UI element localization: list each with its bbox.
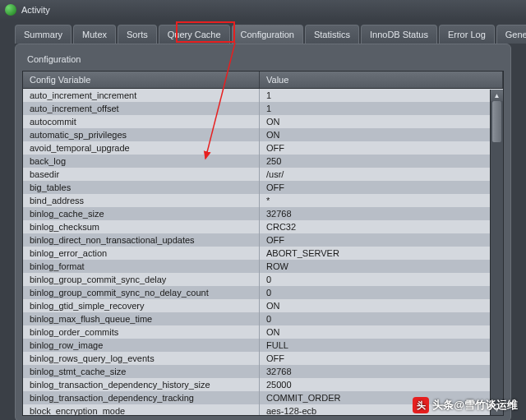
tab-error-log[interactable]: Error Log bbox=[439, 25, 495, 44]
config-value-cell: 32768 bbox=[260, 207, 503, 220]
config-value-cell: OFF bbox=[260, 233, 503, 247]
title-bar: Activity bbox=[0, 0, 526, 20]
tab-statistics[interactable]: Statistics bbox=[305, 25, 359, 44]
scroll-thumb[interactable] bbox=[492, 101, 501, 142]
window-title: Activity bbox=[21, 5, 50, 15]
table-row[interactable]: binlog_gtid_simple_recoveryON bbox=[23, 299, 503, 312]
config-value-cell: 1 bbox=[260, 102, 503, 115]
config-value-cell: ON bbox=[260, 115, 503, 128]
config-variable-cell: automatic_sp_privileges bbox=[23, 128, 260, 141]
config-variable-cell: binlog_transaction_dependency_tracking bbox=[23, 391, 260, 404]
config-value-cell: OFF bbox=[260, 352, 503, 365]
config-value-cell: FULL bbox=[260, 339, 503, 352]
config-variable-cell: binlog_gtid_simple_recovery bbox=[23, 299, 260, 312]
config-variable-cell: bind_address bbox=[23, 194, 260, 207]
table-header: Config Variable Value bbox=[23, 72, 503, 89]
config-variable-cell: binlog_row_image bbox=[23, 339, 260, 352]
table-row[interactable]: binlog_cache_size32768 bbox=[23, 207, 503, 220]
config-variable-cell: back_log bbox=[23, 155, 260, 168]
table-row[interactable]: autocommitON bbox=[23, 115, 503, 128]
config-variable-cell: block_encryption_mode bbox=[23, 404, 260, 416]
vertical-scrollbar[interactable]: ▲ ▼ bbox=[490, 90, 503, 415]
config-variable-cell: binlog_checksum bbox=[23, 220, 260, 233]
config-variable-cell: binlog_transaction_dependency_history_si… bbox=[23, 378, 260, 391]
config-variable-cell: avoid_temporal_upgrade bbox=[23, 141, 260, 155]
tab-innodb-status[interactable]: InnoDB Status bbox=[361, 25, 437, 44]
config-variable-cell: binlog_group_commit_sync_no_delay_count bbox=[23, 286, 260, 299]
table-row[interactable]: binlog_group_commit_sync_no_delay_count0 bbox=[23, 286, 503, 299]
config-variable-cell: auto_increment_offset bbox=[23, 102, 260, 115]
config-value-cell: * bbox=[260, 194, 503, 207]
tab-general-log[interactable]: General Log bbox=[496, 25, 526, 44]
config-value-cell: 250 bbox=[260, 155, 503, 168]
table-row[interactable]: binlog_group_commit_sync_delay0 bbox=[23, 273, 503, 286]
config-value-cell: ON bbox=[260, 325, 503, 339]
config-variable-cell: binlog_stmt_cache_size bbox=[23, 365, 260, 378]
config-value-cell: /usr/ bbox=[260, 168, 503, 181]
table-body: auto_increment_increment1auto_increment_… bbox=[23, 89, 503, 416]
config-value-cell: 1 bbox=[260, 89, 503, 102]
table-row[interactable]: big_tablesOFF bbox=[23, 181, 503, 194]
tab-strip: SummaryMutexSortsQuery CacheConfiguratio… bbox=[0, 20, 526, 44]
config-value-cell: 0 bbox=[260, 286, 503, 299]
config-variable-cell: binlog_order_commits bbox=[23, 325, 260, 339]
table-row[interactable]: back_log250 bbox=[23, 155, 503, 168]
table-row[interactable]: binlog_max_flush_queue_time0 bbox=[23, 312, 503, 325]
watermark-text: 头条@雪竹谈运维 bbox=[432, 398, 518, 413]
table-row[interactable]: avoid_temporal_upgradeOFF bbox=[23, 141, 503, 155]
table-row[interactable]: binlog_order_commitsON bbox=[23, 325, 503, 339]
panel-title: Configuration bbox=[22, 51, 504, 71]
table-row[interactable]: auto_increment_offset1 bbox=[23, 102, 503, 115]
config-variable-cell: binlog_direct_non_transactional_updates bbox=[23, 233, 260, 247]
scroll-up-button[interactable]: ▲ bbox=[491, 90, 503, 101]
config-variable-cell: binlog_error_action bbox=[23, 247, 260, 260]
table-row[interactable]: binlog_checksumCRC32 bbox=[23, 220, 503, 233]
config-value-cell: 0 bbox=[260, 273, 503, 286]
tab-mutex[interactable]: Mutex bbox=[73, 25, 116, 44]
tab-query-cache[interactable]: Query Cache bbox=[159, 25, 230, 44]
table-row[interactable]: binlog_stmt_cache_size32768 bbox=[23, 365, 503, 378]
config-variable-cell: binlog_cache_size bbox=[23, 207, 260, 220]
config-variable-cell: binlog_group_commit_sync_delay bbox=[23, 273, 260, 286]
tab-configuration[interactable]: Configuration bbox=[232, 25, 303, 44]
config-variable-cell: binlog_max_flush_queue_time bbox=[23, 312, 260, 325]
table-row[interactable]: binlog_error_actionABORT_SERVER bbox=[23, 247, 503, 260]
column-value[interactable]: Value bbox=[260, 72, 503, 88]
watermark-icon: 头 bbox=[413, 397, 429, 413]
config-value-cell: 32768 bbox=[260, 365, 503, 378]
table-row[interactable]: bind_address* bbox=[23, 194, 503, 207]
config-value-cell: ON bbox=[260, 299, 503, 312]
tab-summary[interactable]: Summary bbox=[15, 25, 72, 44]
table-row[interactable]: auto_increment_increment1 bbox=[23, 89, 503, 102]
table-row[interactable]: binlog_transaction_dependency_history_si… bbox=[23, 378, 503, 391]
table-row[interactable]: automatic_sp_privilegesON bbox=[23, 128, 503, 141]
config-variable-cell: binlog_rows_query_log_events bbox=[23, 352, 260, 365]
config-value-cell: OFF bbox=[260, 181, 503, 194]
config-variable-cell: basedir bbox=[23, 168, 260, 181]
config-value-cell: CRC32 bbox=[260, 220, 503, 233]
config-variable-cell: auto_increment_increment bbox=[23, 89, 260, 102]
config-value-cell: 25000 bbox=[260, 378, 503, 391]
watermark: 头 头条@雪竹谈运维 bbox=[413, 397, 518, 413]
config-value-cell: 0 bbox=[260, 312, 503, 325]
table-row[interactable]: binlog_formatROW bbox=[23, 260, 503, 273]
config-variable-cell: big_tables bbox=[23, 181, 260, 194]
config-value-cell: ABORT_SERVER bbox=[260, 247, 503, 260]
config-table: Config Variable Value auto_increment_inc… bbox=[22, 71, 504, 416]
configuration-panel: Configuration Config Variable Value auto… bbox=[15, 44, 511, 420]
config-value-cell: ROW bbox=[260, 260, 503, 273]
config-variable-cell: binlog_format bbox=[23, 260, 260, 273]
app-icon bbox=[5, 4, 16, 16]
table-row[interactable]: binlog_row_imageFULL bbox=[23, 339, 503, 352]
table-row[interactable]: basedir/usr/ bbox=[23, 168, 503, 181]
tab-sorts[interactable]: Sorts bbox=[118, 25, 157, 44]
column-variable[interactable]: Config Variable bbox=[23, 72, 260, 88]
config-value-cell: OFF bbox=[260, 141, 503, 155]
table-row[interactable]: binlog_rows_query_log_eventsOFF bbox=[23, 352, 503, 365]
config-variable-cell: autocommit bbox=[23, 115, 260, 128]
config-value-cell: ON bbox=[260, 128, 503, 141]
table-row[interactable]: binlog_direct_non_transactional_updatesO… bbox=[23, 233, 503, 247]
